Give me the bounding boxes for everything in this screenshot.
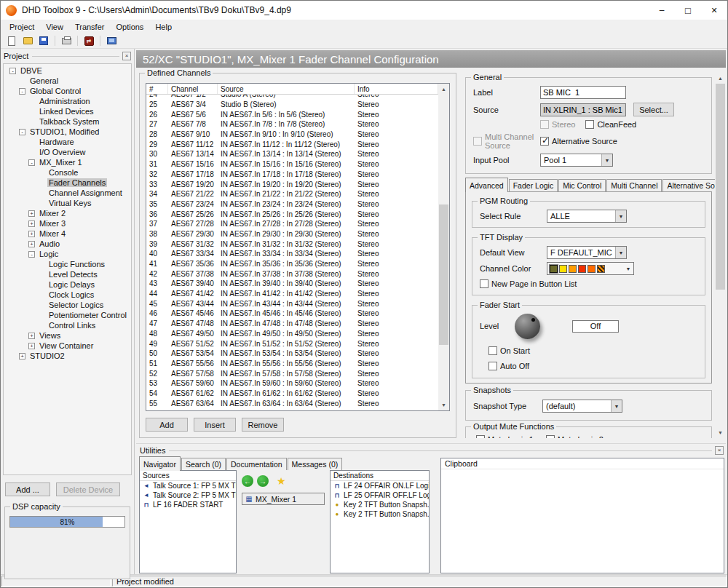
table-row[interactable]: 30AES67 13/14IN AES67.In 13/14 : In 13/1… [146, 149, 438, 159]
scrollbar-thumb[interactable] [716, 84, 725, 290]
tree-item-fader-channels[interactable]: Fader Channels [4, 178, 131, 188]
expand-icon[interactable]: + [28, 231, 35, 237]
new-page-checkbox[interactable]: New Page in Button List [480, 279, 577, 288]
tree-item-potentiometer-control[interactable]: Potentiometer Control [4, 310, 131, 320]
scroll-down-icon[interactable]: ▼ [438, 400, 449, 410]
tab-fader-logic[interactable]: Fader Logic [509, 179, 558, 191]
channel-color-picker[interactable]: ▼ [547, 262, 634, 275]
tree-item-views[interactable]: +Views [4, 330, 131, 341]
utilities-tab-search-0[interactable]: Search (0) [181, 458, 226, 470]
table-row[interactable]: 32AES67 17/18IN AES67.In 17/18 : In 17/1… [146, 170, 438, 180]
menu-project[interactable]: Project [4, 21, 40, 33]
tab-advanced[interactable]: Advanced [465, 178, 508, 192]
menu-transfer[interactable]: Transfer [69, 21, 111, 33]
add-device-button[interactable]: Add ... [5, 482, 50, 496]
expand-icon[interactable]: + [28, 220, 35, 227]
tree-item-mixer-2[interactable]: +Mixer 2 [4, 208, 131, 218]
table-row[interactable]: 40AES67 33/34IN AES67.In 33/34 : In 33/3… [146, 249, 438, 259]
table-row[interactable]: 46AES67 45/46IN AES67.In 45/46 : In 45/4… [146, 309, 438, 319]
utilities-tab-navigator[interactable]: Navigator [139, 456, 181, 471]
tree-item-selector-logics[interactable]: Selector Logics [4, 300, 131, 310]
list-item[interactable]: Key 2 TFT Button Snapsh... [331, 509, 429, 519]
tree-item-audio[interactable]: +Audio [4, 239, 131, 249]
color-swatch[interactable] [587, 265, 596, 273]
list-item[interactable]: LF 25 OFFAIR OFF.LF Log... [331, 490, 429, 500]
column-header-[interactable]: # [146, 84, 168, 94]
table-row[interactable]: 25AES67 3/4Studio B (Stereo)Stereo [146, 100, 438, 110]
list-item[interactable]: Talk Source 1: FP 5 MX TB... [140, 481, 236, 490]
tree-item-dbve[interactable]: -DBVE [4, 65, 131, 76]
select-source-button[interactable]: Select... [633, 103, 674, 116]
tree-item-level-detects[interactable]: Level Detects [4, 269, 131, 279]
select-rule-dropdown[interactable]: ALLE ▼ [547, 210, 627, 223]
label-input[interactable] [540, 86, 626, 99]
tree-item-general[interactable]: General [4, 76, 131, 86]
scroll-up-icon[interactable]: ▲ [715, 73, 726, 84]
alternative-source-checkbox[interactable]: Alternative Source [540, 137, 617, 146]
list-item[interactable]: Talk Source 2: FP 5 MX TB... [140, 490, 236, 500]
utilities-tab-messages-0[interactable]: Messages (0) [288, 458, 343, 470]
tab-mic-control[interactable]: Mic Control [558, 179, 606, 191]
table-row[interactable]: 47AES67 47/48IN AES67.In 47/48 : In 47/4… [146, 319, 438, 329]
tree-item-global-control[interactable]: -Global Control [4, 86, 131, 96]
tree-item-hardware[interactable]: Hardware [4, 137, 131, 147]
transfer-target-item[interactable]: MX_Mixer 1 [242, 493, 325, 505]
table-row[interactable]: 41AES67 35/36IN AES67.In 35/36 : In 35/3… [146, 259, 438, 269]
column-header-channel[interactable]: Channel [168, 84, 218, 94]
color-swatch[interactable] [559, 265, 567, 273]
expand-icon[interactable]: + [28, 241, 35, 247]
color-swatch[interactable] [578, 265, 586, 273]
tab-alternative-source[interactable]: Alternative Source [662, 179, 715, 191]
add-channel-button[interactable]: Add [146, 418, 188, 432]
tab-multi-channel[interactable]: Multi Channel [606, 179, 662, 191]
tree-item-channel-assignment[interactable]: Channel Assignment [4, 188, 131, 198]
tree-item-view-container[interactable]: +View Container [4, 341, 131, 351]
collapse-icon[interactable]: - [19, 129, 25, 135]
tree-item-mixer-3[interactable]: +Mixer 3 [4, 218, 131, 229]
chevron-down-icon[interactable]: ▼ [623, 266, 633, 271]
color-swatch[interactable] [597, 265, 605, 273]
tree-item-logic[interactable]: -Logic [4, 249, 131, 259]
menu-help[interactable]: Help [149, 21, 178, 33]
list-item[interactable]: Key 2 TFT Button Snapsh... [331, 500, 429, 509]
table-row[interactable]: 34AES67 21/22IN AES67.In 21/22 : In 21/2… [146, 189, 438, 199]
on-start-checkbox[interactable]: On Start [488, 346, 697, 355]
default-view-dropdown[interactable]: F DEFAULT_MIC ▼ [547, 246, 627, 259]
table-row[interactable]: 43AES67 39/40IN AES67.In 39/40 : In 39/4… [146, 279, 438, 289]
save-icon-button[interactable] [36, 34, 51, 47]
table-row[interactable]: 37AES67 27/28IN AES67.In 27/28 : In 27/2… [146, 219, 438, 229]
tree-item-linked-devices[interactable]: Linked Devices [4, 106, 131, 116]
list-item[interactable]: LF 16 FADER START [140, 500, 236, 509]
tree-item-talkback-system[interactable]: Talkback System [4, 116, 131, 127]
new-document-icon-button[interactable] [4, 34, 19, 47]
level-value[interactable]: Off [572, 320, 619, 333]
table-row[interactable]: 51AES67 55/56IN AES67.In 55/56 : In 55/5… [146, 359, 438, 369]
column-header-source[interactable]: Source [218, 84, 355, 94]
table-row[interactable]: 36AES67 25/26IN AES67.In 25/26 : In 25/2… [146, 209, 438, 219]
scroll-down-icon[interactable]: ▼ [715, 427, 726, 438]
table-row[interactable]: 24AES67 1/2Studio A (Stereo)Stereo [146, 95, 438, 100]
table-row[interactable]: 48AES67 49/50IN AES67.In 49/50 : In 49/5… [146, 329, 438, 339]
config-panel-scrollbar[interactable]: ▲ ▼ [715, 73, 726, 438]
checkbox-mute-logic-1[interactable]: Mute Logic 1 [476, 435, 546, 438]
collapse-icon[interactable]: - [28, 159, 35, 166]
close-button[interactable] [701, 1, 727, 20]
color-swatch[interactable] [550, 265, 558, 273]
collapse-icon[interactable]: - [28, 251, 35, 258]
table-row[interactable]: 55AES67 63/64IN AES67.In 63/64 : In 63/6… [146, 398, 438, 408]
transfer-forward-button[interactable] [257, 475, 269, 487]
table-row[interactable]: 45AES67 43/44IN AES67.In 43/44 : In 43/4… [146, 298, 438, 309]
input-pool-dropdown[interactable]: Pool 1 ▼ [540, 154, 613, 167]
favorite-star-icon[interactable] [277, 476, 286, 486]
tree-item-i-o-overview[interactable]: I/O Overview [4, 147, 131, 157]
expand-icon[interactable]: + [28, 210, 35, 217]
table-row[interactable]: 31AES67 15/16IN AES67.In 15/16 : In 15/1… [146, 159, 438, 170]
table-scrollbar[interactable]: ▲ ▼ [438, 84, 449, 410]
tree-item-control-links[interactable]: Control Links [4, 320, 131, 330]
expand-icon[interactable]: + [28, 343, 35, 349]
open-project-icon-button[interactable] [20, 34, 35, 47]
collapse-icon[interactable]: - [19, 88, 25, 95]
table-row[interactable]: 29AES67 11/12IN AES67.In 11/12 : In 11/1… [146, 139, 438, 149]
minimize-button[interactable] [649, 1, 675, 20]
table-row[interactable]: 38AES67 29/30IN AES67.In 29/30 : In 29/3… [146, 229, 438, 239]
